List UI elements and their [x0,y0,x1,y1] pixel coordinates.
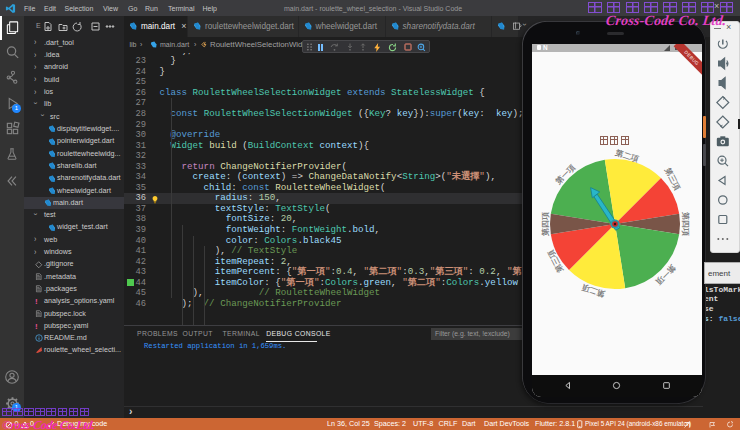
svg-text:第四項: 第四項 [541,212,550,237]
svg-text:第四項: 第四項 [681,211,690,236]
